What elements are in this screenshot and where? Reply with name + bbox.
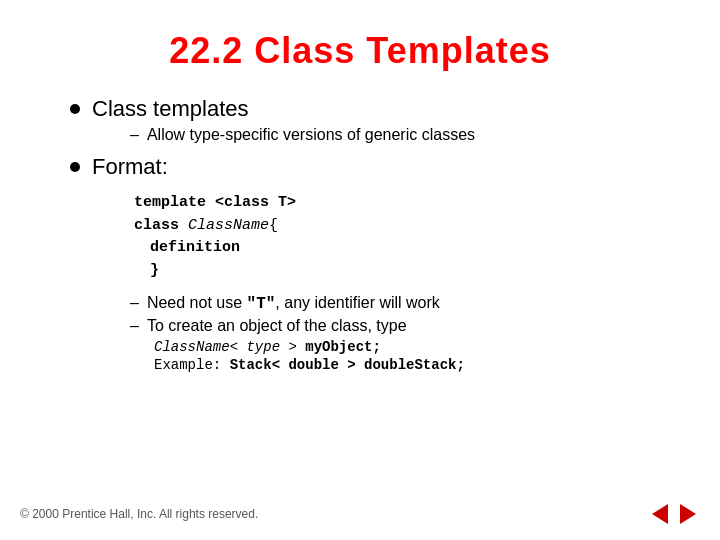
sub-item-1-1: – Allow type-specific versions of generi… — [130, 126, 670, 144]
sub-items-2: template <class T> class ClassName{ defi… — [70, 184, 670, 373]
sub-items-1: – Allow type-specific versions of generi… — [70, 126, 670, 144]
bullet-dot-2 — [70, 162, 80, 172]
example-line-1: ClassName< type > myObject; — [150, 339, 670, 355]
code-line-4: } — [130, 260, 670, 283]
code-line-2: class ClassName{ — [130, 215, 670, 238]
sub-text-2-2: To create an object of the class, type — [147, 317, 407, 335]
code-block: template <class T> class ClassName{ defi… — [130, 184, 670, 290]
sub-item-2-1: – Need not use "T", any identifier will … — [130, 294, 670, 313]
sub-item-2-2: – To create an object of the class, type — [130, 317, 670, 335]
code-template-keyword: template <class T> — [134, 194, 296, 211]
bullet-dot-1 — [70, 104, 80, 114]
footer: © 2000 Prentice Hall, Inc. All rights re… — [0, 504, 720, 524]
code-brace-open: { — [269, 217, 278, 234]
stack-bold: Stack< double > doubleStack; — [230, 357, 465, 373]
code-line-1: template <class T> — [130, 192, 670, 215]
slide-title: 22.2 Class Templates — [50, 30, 670, 72]
myobject-bold: myObject; — [305, 339, 381, 355]
bullet-main-2: Format: — [70, 154, 670, 180]
inline-code-T: "T" — [247, 295, 276, 313]
code-brace-close: } — [150, 262, 159, 279]
next-arrow-icon — [680, 504, 696, 524]
angle-open: < — [230, 339, 247, 355]
code-definition: definition — [150, 239, 240, 256]
bullet-main-1: Class templates — [70, 96, 670, 122]
example-block: ClassName< type > myObject; Example: Sta… — [130, 339, 670, 373]
bullet-item-2: Format: template <class T> class ClassNa… — [70, 154, 670, 373]
sub-dash-2-1: – — [130, 294, 139, 312]
copyright-text: © 2000 Prentice Hall, Inc. All rights re… — [20, 507, 258, 521]
content-area: Class templates – Allow type-specific ve… — [50, 96, 670, 373]
code-line-3: definition — [130, 237, 670, 260]
sub-text-1-1: Allow type-specific versions of generic … — [147, 126, 475, 144]
prev-button[interactable] — [648, 504, 672, 524]
sub-dash-1-1: – — [130, 126, 139, 144]
sub-text-2-1: Need not use "T", any identifier will wo… — [147, 294, 440, 313]
prev-arrow-icon — [652, 504, 668, 524]
type-italic: type — [246, 339, 280, 355]
next-button[interactable] — [676, 504, 700, 524]
slide: 22.2 Class Templates Class templates – A… — [0, 0, 720, 540]
sub-dash-2-2: – — [130, 317, 139, 335]
angle-close: > — [280, 339, 305, 355]
bullet-text-2: Format: — [92, 154, 168, 180]
code-class-keyword: class — [134, 217, 188, 234]
example-line-2: Example: Stack< double > doubleStack; — [150, 357, 670, 373]
classname-italic: ClassName — [154, 339, 230, 355]
nav-buttons — [648, 504, 700, 524]
bullet-text-1: Class templates — [92, 96, 249, 122]
bullet-item-1: Class templates – Allow type-specific ve… — [70, 96, 670, 144]
code-classname: ClassName — [188, 217, 269, 234]
